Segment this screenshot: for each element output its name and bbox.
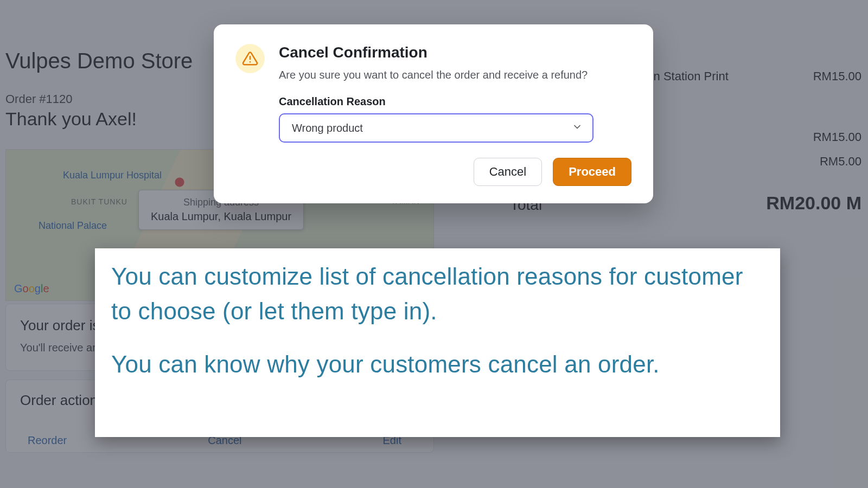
modal-subtitle: Are you sure you want to cancel the orde…	[279, 69, 631, 81]
modal-title: Cancel Confirmation	[279, 44, 631, 61]
cancellation-reason-label: Cancellation Reason	[279, 95, 631, 108]
cancellation-reason-selected: Wrong product	[292, 122, 363, 134]
caption-line-1: You can customize list of cancellation r…	[111, 259, 764, 329]
cancel-confirmation-modal: Cancel Confirmation Are you sure you wan…	[214, 24, 653, 203]
cancel-button[interactable]: Cancel	[474, 158, 542, 186]
marketing-caption-card: You can customize list of cancellation r…	[95, 248, 780, 437]
caption-line-2: You can know why your customers cancel a…	[111, 347, 764, 382]
chevron-down-icon	[572, 121, 583, 134]
warning-icon	[235, 44, 265, 73]
cancellation-reason-select[interactable]: Wrong product	[279, 113, 593, 143]
proceed-button[interactable]: Proceed	[553, 158, 631, 186]
